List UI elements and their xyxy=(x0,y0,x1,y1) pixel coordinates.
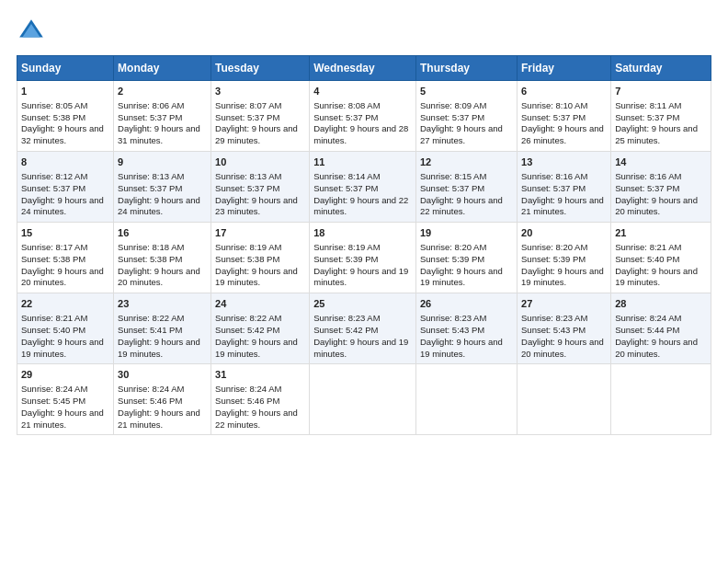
daylight-label: Daylight: 9 hours and 19 minutes. xyxy=(420,266,503,288)
daylight-label: Daylight: 9 hours and 19 minutes. xyxy=(215,337,298,359)
day-number: 6 xyxy=(521,85,607,98)
col-header-thursday: Thursday xyxy=(416,56,518,81)
daylight-label: Daylight: 9 hours and 19 minutes. xyxy=(313,266,408,288)
calendar-table: SundayMondayTuesdayWednesdayThursdayFrid… xyxy=(17,55,711,435)
sunset-label: Sunset: 5:37 PM xyxy=(118,183,182,193)
sunrise-label: Sunrise: 8:24 AM xyxy=(21,384,87,394)
sunset-label: Sunset: 5:40 PM xyxy=(21,325,85,335)
day-cell xyxy=(611,364,711,435)
day-number: 17 xyxy=(215,226,305,240)
day-number: 15 xyxy=(21,226,109,240)
sunset-label: Sunset: 5:37 PM xyxy=(118,112,182,122)
daylight-label: Daylight: 9 hours and 22 minutes. xyxy=(215,408,298,430)
day-cell: 7Sunrise: 8:11 AMSunset: 5:37 PMDaylight… xyxy=(611,81,711,152)
day-cell: 1Sunrise: 8:05 AMSunset: 5:38 PMDaylight… xyxy=(17,81,114,152)
daylight-label: Daylight: 9 hours and 20 minutes. xyxy=(615,195,698,217)
day-cell: 28Sunrise: 8:24 AMSunset: 5:44 PMDayligh… xyxy=(611,293,711,364)
daylight-label: Daylight: 9 hours and 20 minutes. xyxy=(615,337,698,359)
week-row-2: 8Sunrise: 8:12 AMSunset: 5:37 PMDaylight… xyxy=(17,152,711,223)
day-cell: 6Sunrise: 8:10 AMSunset: 5:37 PMDaylight… xyxy=(518,81,611,152)
day-cell: 21Sunrise: 8:21 AMSunset: 5:40 PMDayligh… xyxy=(611,223,711,293)
day-number: 19 xyxy=(420,226,513,240)
day-cell xyxy=(310,364,416,435)
sunset-label: Sunset: 5:39 PM xyxy=(420,254,484,264)
sunrise-label: Sunrise: 8:16 AM xyxy=(521,171,587,181)
sunset-label: Sunset: 5:37 PM xyxy=(313,112,378,122)
daylight-label: Daylight: 9 hours and 26 minutes. xyxy=(521,123,604,145)
day-number: 20 xyxy=(521,226,607,240)
sunrise-label: Sunrise: 8:23 AM xyxy=(521,313,587,323)
daylight-label: Daylight: 9 hours and 19 minutes. xyxy=(215,266,298,288)
day-number: 11 xyxy=(313,155,412,169)
col-header-sunday: Sunday xyxy=(17,56,114,81)
col-header-saturday: Saturday xyxy=(611,56,711,81)
day-number: 2 xyxy=(118,85,207,98)
sunset-label: Sunset: 5:37 PM xyxy=(615,183,679,193)
day-cell: 24Sunrise: 8:22 AMSunset: 5:42 PMDayligh… xyxy=(211,293,310,364)
day-number: 16 xyxy=(118,226,207,240)
day-cell: 30Sunrise: 8:24 AMSunset: 5:46 PMDayligh… xyxy=(114,364,211,435)
header-row: SundayMondayTuesdayWednesdayThursdayFrid… xyxy=(17,56,711,81)
col-header-friday: Friday xyxy=(518,56,611,81)
day-cell: 26Sunrise: 8:23 AMSunset: 5:43 PMDayligh… xyxy=(416,293,518,364)
logo xyxy=(17,17,50,46)
sunrise-label: Sunrise: 8:17 AM xyxy=(21,242,87,252)
sunrise-label: Sunrise: 8:24 AM xyxy=(118,384,184,394)
day-number: 14 xyxy=(615,155,707,169)
daylight-label: Daylight: 9 hours and 20 minutes. xyxy=(521,337,604,359)
sunrise-label: Sunrise: 8:16 AM xyxy=(615,171,681,181)
day-number: 1 xyxy=(21,85,109,98)
sunrise-label: Sunrise: 8:10 AM xyxy=(521,100,587,110)
sunrise-label: Sunrise: 8:05 AM xyxy=(21,100,87,110)
page: SundayMondayTuesdayWednesdayThursdayFrid… xyxy=(0,0,728,563)
sunset-label: Sunset: 5:37 PM xyxy=(521,112,586,122)
day-number: 23 xyxy=(118,297,207,311)
sunrise-label: Sunrise: 8:19 AM xyxy=(313,242,380,252)
sunrise-label: Sunrise: 8:24 AM xyxy=(615,313,681,323)
day-cell: 5Sunrise: 8:09 AMSunset: 5:37 PMDaylight… xyxy=(416,81,518,152)
sunrise-label: Sunrise: 8:23 AM xyxy=(420,313,486,323)
day-cell: 18Sunrise: 8:19 AMSunset: 5:39 PMDayligh… xyxy=(310,223,416,293)
daylight-label: Daylight: 9 hours and 20 minutes. xyxy=(21,266,104,288)
sunset-label: Sunset: 5:37 PM xyxy=(21,183,85,193)
daylight-label: Daylight: 9 hours and 24 minutes. xyxy=(21,195,104,217)
day-cell: 15Sunrise: 8:17 AMSunset: 5:38 PMDayligh… xyxy=(17,223,114,293)
sunset-label: Sunset: 5:37 PM xyxy=(313,183,378,193)
day-number: 26 xyxy=(420,297,513,311)
header xyxy=(17,17,711,46)
day-cell: 3Sunrise: 8:07 AMSunset: 5:37 PMDaylight… xyxy=(211,81,310,152)
daylight-label: Daylight: 9 hours and 29 minutes. xyxy=(215,123,298,145)
sunset-label: Sunset: 5:39 PM xyxy=(521,254,586,264)
daylight-label: Daylight: 9 hours and 21 minutes. xyxy=(21,408,104,430)
day-cell: 31Sunrise: 8:24 AMSunset: 5:46 PMDayligh… xyxy=(211,364,310,435)
sunrise-label: Sunrise: 8:24 AM xyxy=(215,384,281,394)
sunset-label: Sunset: 5:37 PM xyxy=(420,112,484,122)
sunrise-label: Sunrise: 8:12 AM xyxy=(21,171,87,181)
daylight-label: Daylight: 9 hours and 27 minutes. xyxy=(420,123,503,145)
day-number: 3 xyxy=(215,85,305,98)
day-cell: 27Sunrise: 8:23 AMSunset: 5:43 PMDayligh… xyxy=(518,293,611,364)
sunrise-label: Sunrise: 8:11 AM xyxy=(615,100,681,110)
day-cell: 25Sunrise: 8:23 AMSunset: 5:42 PMDayligh… xyxy=(310,293,416,364)
sunset-label: Sunset: 5:42 PM xyxy=(215,325,279,335)
day-number: 7 xyxy=(615,85,707,98)
col-header-tuesday: Tuesday xyxy=(211,56,310,81)
daylight-label: Daylight: 9 hours and 25 minutes. xyxy=(615,123,698,145)
day-number: 4 xyxy=(313,85,412,98)
day-cell: 8Sunrise: 8:12 AMSunset: 5:37 PMDaylight… xyxy=(17,152,114,223)
day-number: 22 xyxy=(21,297,109,311)
day-cell: 2Sunrise: 8:06 AMSunset: 5:37 PMDaylight… xyxy=(114,81,211,152)
daylight-label: Daylight: 9 hours and 19 minutes. xyxy=(521,266,604,288)
daylight-label: Daylight: 9 hours and 19 minutes. xyxy=(313,337,408,359)
daylight-label: Daylight: 9 hours and 28 minutes. xyxy=(313,123,408,145)
day-number: 25 xyxy=(313,297,412,311)
daylight-label: Daylight: 9 hours and 22 minutes. xyxy=(420,195,503,217)
daylight-label: Daylight: 9 hours and 22 minutes. xyxy=(313,195,408,217)
daylight-label: Daylight: 9 hours and 21 minutes. xyxy=(521,195,604,217)
day-cell: 23Sunrise: 8:22 AMSunset: 5:41 PMDayligh… xyxy=(114,293,211,364)
sunrise-label: Sunrise: 8:13 AM xyxy=(118,171,184,181)
week-row-3: 15Sunrise: 8:17 AMSunset: 5:38 PMDayligh… xyxy=(17,223,711,293)
sunrise-label: Sunrise: 8:08 AM xyxy=(313,100,380,110)
day-cell: 13Sunrise: 8:16 AMSunset: 5:37 PMDayligh… xyxy=(518,152,611,223)
day-number: 30 xyxy=(118,368,207,382)
